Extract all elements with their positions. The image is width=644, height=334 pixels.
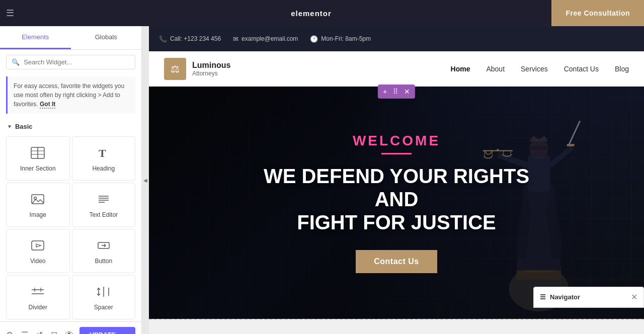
canvas: 📞 Call: +123 234 456 ✉ example@email.com… — [149, 26, 644, 334]
panel-tabs: Elements Globals — [0, 26, 141, 50]
spacer-icon — [97, 286, 111, 300]
panel-collapse-handle[interactable]: ◀ — [142, 26, 149, 334]
bottom-toolbar: ⚙ ☰ ↺ ⊡ 👁 UPDATE ▲ — [0, 321, 141, 334]
navigator-close-icon[interactable]: ✕ — [631, 292, 637, 302]
svg-line-34 — [550, 147, 573, 165]
site-hours: 🕐 Mon-Fri: 8am-5pm — [310, 35, 371, 43]
video-icon — [31, 239, 45, 254]
basic-section-label[interactable]: ▼ Basic — [0, 119, 141, 134]
inner-section-icon — [31, 147, 45, 161]
site-phone: 📞 Call: +123 234 456 — [159, 35, 221, 43]
nav-about[interactable]: About — [486, 65, 505, 73]
svg-line-35 — [569, 121, 580, 145]
widget-image[interactable]: Image — [6, 183, 70, 227]
elementor-logo: elementor — [0, 9, 630, 18]
free-consultation-button[interactable]: Free Consultation — [551, 0, 644, 26]
image-icon — [31, 193, 45, 207]
image-label: Image — [30, 211, 46, 218]
search-box: 🔍 — [6, 55, 135, 69]
text-editor-icon — [97, 193, 111, 207]
svg-rect-11 — [32, 241, 44, 250]
inner-section-label: Inner Section — [20, 165, 56, 172]
text-editor-label: Text Editor — [89, 211, 118, 218]
left-panel: Elements Globals 🔍 For easy access, favo… — [0, 26, 142, 334]
tab-globals[interactable]: Globals — [71, 26, 142, 49]
collapse-arrow-icon: ◀ — [143, 178, 147, 183]
phone-icon: 📞 — [159, 35, 167, 43]
hero-welcome-text: WELCOME — [264, 133, 529, 149]
site-phone-text: Call: +123 234 456 — [170, 35, 221, 42]
email-icon: ✉ — [233, 35, 238, 43]
nav-blog[interactable]: Blog — [615, 65, 629, 73]
widget-divider[interactable]: Divider — [6, 275, 70, 319]
button-label: Button — [95, 258, 112, 265]
editor-topbar: ☰ elementor ⊞ Free Consultation — [0, 0, 644, 26]
history-icon[interactable]: ↺ — [36, 330, 43, 334]
navigator-icon: ☰ — [540, 293, 546, 301]
site-logo-text: Luminous Attorneys — [192, 61, 230, 77]
hero-title-line3: FIGHT FOR JUSTICE — [297, 211, 496, 233]
svg-text:T: T — [99, 147, 106, 159]
hero-title: WE DEFEND YOUR RIGHTS AND FIGHT FOR JUST… — [264, 164, 529, 234]
collapse-arrow-icon: ▼ — [7, 124, 12, 129]
toolbar-left-icons: ⚙ ☰ ↺ ⊡ 👁 — [6, 330, 73, 334]
settings-icon[interactable]: ⚙ — [6, 330, 13, 334]
basic-section-title: Basic — [15, 123, 33, 130]
got-it-link[interactable]: Got It — [40, 101, 55, 109]
navigator-panel: ☰ Navigator ✕ — [533, 287, 644, 308]
site-top-bar: 📞 Call: +123 234 456 ✉ example@email.com… — [149, 26, 644, 51]
button-icon — [97, 239, 111, 254]
widget-spacer[interactable]: Spacer — [72, 275, 136, 319]
divider-label: Divider — [29, 304, 47, 311]
widget-text-editor[interactable]: Text Editor — [72, 183, 136, 227]
site-email-text: example@email.com — [242, 35, 298, 42]
widget-video[interactable]: Video — [6, 229, 70, 273]
nav-contact[interactable]: Contact Us — [564, 65, 599, 73]
responsive-icon[interactable]: ⊡ — [51, 330, 57, 334]
hero-title-line1: WE DEFEND YOUR RIGHTS — [264, 165, 529, 187]
tip-box: For easy access, favorite the widgets yo… — [6, 76, 135, 114]
canvas-bottom-section — [149, 319, 644, 334]
hero-welcome-underline — [381, 153, 412, 154]
divider-icon — [31, 286, 45, 300]
hero-cta-button[interactable]: Contact Us — [356, 250, 437, 273]
navigator-title: ☰ Navigator — [540, 293, 580, 301]
update-button[interactable]: UPDATE ▲ — [79, 327, 135, 334]
svg-point-6 — [34, 197, 37, 200]
hero-content: WELCOME WE DEFEND YOUR RIGHTS AND FIGHT … — [254, 123, 539, 283]
search-icon: 🔍 — [12, 58, 20, 66]
clock-icon: 🕐 — [310, 35, 318, 43]
video-label: Video — [30, 258, 45, 265]
widget-grid: Inner Section T Heading — [0, 134, 141, 321]
site-hours-text: Mon-Fri: 8am-5pm — [321, 35, 371, 42]
move-section-icon[interactable]: ⠿ — [391, 87, 400, 97]
widget-inner-section[interactable]: Inner Section — [6, 136, 70, 181]
navigator-header: ☰ Navigator ✕ — [534, 287, 643, 307]
heading-label: Heading — [92, 165, 115, 172]
widget-heading[interactable]: T Heading — [72, 136, 136, 181]
svg-marker-12 — [36, 244, 41, 247]
heading-icon: T — [97, 147, 111, 161]
site-logo-area: ⚖ Luminous Attorneys — [164, 58, 451, 80]
spacer-label: Spacer — [94, 304, 113, 311]
update-chevron-icon: ▲ — [120, 332, 125, 335]
add-section-icon[interactable]: + — [381, 87, 389, 97]
hero-section: WELCOME WE DEFEND YOUR RIGHTS AND FIGHT … — [149, 87, 644, 319]
site-logo-sub: Attorneys — [192, 70, 230, 77]
section-controls: + ⠿ ✕ — [378, 85, 415, 99]
preview-icon[interactable]: 👁 — [65, 330, 73, 334]
tab-elements[interactable]: Elements — [0, 26, 71, 49]
widget-button[interactable]: Button — [72, 229, 136, 273]
nav-services[interactable]: Services — [521, 65, 548, 73]
close-section-icon[interactable]: ✕ — [402, 87, 412, 97]
site-logo-icon: ⚖ — [164, 58, 186, 80]
site-logo-name: Luminous — [192, 61, 230, 70]
svg-rect-5 — [32, 195, 44, 204]
hero-title-line2: AND — [375, 188, 419, 210]
tip-text: For easy access, favorite the widgets yo… — [14, 82, 124, 108]
layers-icon[interactable]: ☰ — [21, 330, 28, 334]
site-email: ✉ example@email.com — [233, 35, 298, 43]
search-input[interactable] — [24, 58, 130, 66]
main-layout: Elements Globals 🔍 For easy access, favo… — [0, 26, 644, 334]
nav-home[interactable]: Home — [451, 65, 470, 73]
